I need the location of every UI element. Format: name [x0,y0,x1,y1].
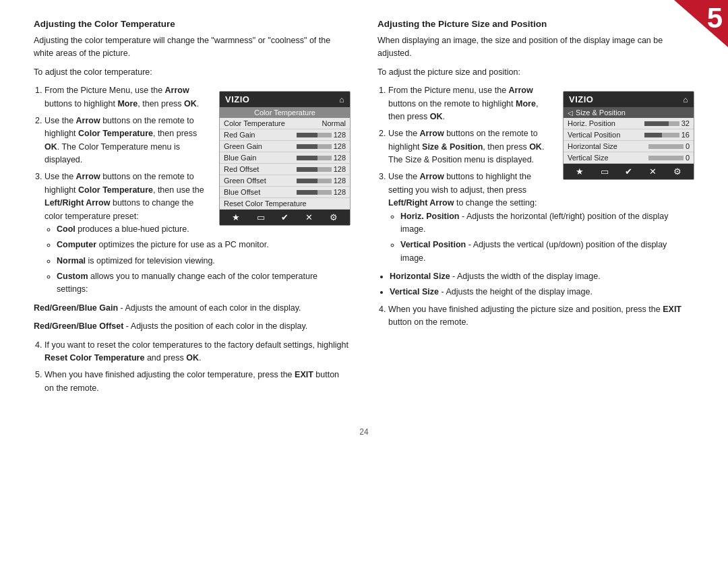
list-item: Horizontal Size - Adjusts the width of t… [390,270,694,283]
vizio-color-temp-title: Color Temperature [220,107,350,118]
vizio-color-temp-menu: VIZIO ⌂ Color Temperature Color Temperat… [219,91,351,226]
settings-list: Horiz. Position - Adjusts the horizontal… [400,210,694,266]
vizio-brand-right: VIZIO [569,94,593,104]
row-value: 128 [334,165,346,173]
row-value: 32 [681,119,690,127]
table-row: Blue Gain 128 [220,152,350,164]
vizio-brand-left: VIZIO [225,94,249,104]
size-bullets-list: Horizontal Size - Adjusts the width of t… [390,270,694,299]
row-value: 128 [334,188,346,196]
row-value: 16 [681,131,690,139]
bar-container: 0 [648,142,690,150]
footer-gear-icon: ⚙ [673,166,681,177]
left-intro: Adjusting the color temperature will cha… [34,34,351,61]
bar-container: 128 [297,154,346,162]
bar-container: 32 [644,119,690,127]
row-label: Red Gain [224,131,255,139]
slider-bar [644,121,679,126]
footer-check-icon: ✔ [625,166,632,177]
left-steps-list-continued: If you want to reset the color temperatu… [44,339,351,396]
right-column: Adjusting the Picture Size and Position … [377,19,694,400]
bar-container: 128 [297,177,346,185]
slider-bar [644,133,679,137]
table-row: Reset Color Temperature [220,198,350,210]
page-footer-number: 24 [0,420,728,447]
table-row: Green Gain 128 [220,141,350,152]
footer-star-icon: ★ [232,212,240,222]
footer-close-icon: ✕ [305,212,313,222]
page-badge-number: 5 [707,4,723,32]
row-label: Blue Gain [224,154,256,162]
bar-container: 128 [297,142,346,150]
gain-text: Red/Green/Blue Gain - Adjusts the amount… [34,302,351,315]
list-item: Vertical Position - Adjusts the vertical… [400,239,694,265]
footer-check-icon: ✔ [281,212,289,222]
footer-star-icon: ★ [576,166,584,177]
list-item: Horiz. Position - Adjusts the horizontal… [400,210,694,237]
row-label: Color Temperature [224,119,285,127]
table-row: Blue Offset 128 [220,187,350,198]
submenu-title: Size & Position [576,108,626,117]
left-section-title: Adjusting the Color Temperature [34,19,351,29]
right-intro: When displaying an image, the size and p… [377,34,694,61]
list-item: Computer optimizes the picture for use a… [57,239,351,251]
table-row: Horizontal Size 0 [564,141,694,152]
table-row: Green Offset 128 [220,175,350,187]
row-label: Green Offset [224,177,266,185]
list-item: Normal is optimized for television viewi… [57,255,351,268]
offset-text: Red/Green/Blue Offset - Adjusts the posi… [34,320,351,333]
slider-bar [648,144,684,149]
row-label: Vertical Size [568,154,609,162]
row-value: Normal [322,119,346,127]
table-row: Vertical Position 16 [564,129,694,141]
list-item: If you want to reset the color temperatu… [44,339,351,365]
row-label: Reset Color Temperature [224,199,307,208]
bar-container: 128 [297,131,346,139]
row-value: 128 [334,177,346,185]
vizio-footer-right: ★ ▭ ✔ ✕ ⚙ [564,164,694,179]
house-icon: ⌂ [339,95,344,104]
right-steps-list-continued: When you have finished adjusting the pic… [388,303,694,330]
vizio-footer: ★ ▭ ✔ ✕ ⚙ [220,210,350,225]
row-label: Horizontal Size [568,142,617,150]
footer-menu-icon: ▭ [601,166,609,177]
row-label: Horiz. Position [568,119,615,127]
list-item: Custom allows you to manually change eac… [57,270,351,296]
row-label: Blue Offset [224,188,260,196]
table-row: Horiz. Position 32 [564,118,694,129]
presets-list: Cool produces a blue-hued picture. Compu… [57,223,351,296]
slider-bar [297,190,332,195]
row-value: 0 [686,154,690,162]
table-row: Color Temperature Normal [220,118,350,129]
page-content: Adjusting the Color Temperature Adjustin… [0,0,728,420]
arrow-left-icon: ◁ [568,109,573,117]
row-value: 128 [334,131,346,139]
slider-bar [297,167,332,172]
table-row: Vertical Size 0 [564,152,694,164]
footer-menu-icon: ▭ [257,212,265,222]
bar-container: 16 [644,131,690,139]
list-item: Vertical Size - Adjusts the height of th… [390,286,694,299]
right-section-title: Adjusting the Picture Size and Position [377,19,694,29]
row-label: Green Gain [224,142,262,150]
left-column: Adjusting the Color Temperature Adjustin… [34,19,351,400]
footer-gear-icon: ⚙ [330,212,338,222]
right-to-adjust: To adjust the picture size and position: [377,66,694,79]
vizio-submenu-bar: ◁ Size & Position [564,107,694,118]
right-vizio-menu: VIZIO ⌂ ◁ Size & Position Horiz. Positio… [563,84,694,187]
left-to-adjust: To adjust the color temperature: [34,66,351,79]
row-label: Red Offset [224,165,259,173]
slider-bar [297,133,332,137]
row-label: Vertical Position [568,131,620,139]
table-row: Red Offset 128 [220,164,350,175]
row-value: 128 [334,154,346,162]
row-value: 128 [334,142,346,150]
vizio-header-right: VIZIO ⌂ [564,92,694,107]
footer-close-icon: ✕ [649,166,657,177]
bar-container: 128 [297,188,346,196]
slider-bar [648,156,684,160]
vizio-header: VIZIO ⌂ [220,92,350,107]
slider-bar [297,144,332,149]
row-value: 0 [686,142,690,150]
bar-container: 128 [297,165,346,173]
